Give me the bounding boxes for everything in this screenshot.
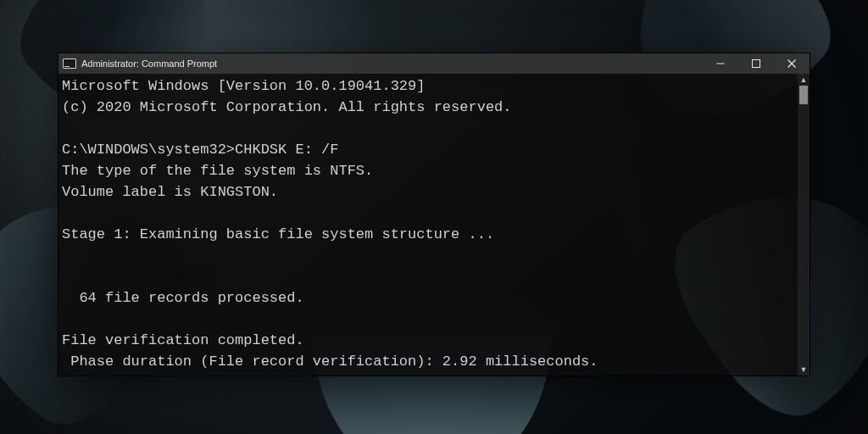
- scrollbar-down-arrow[interactable]: ▼: [798, 364, 810, 376]
- cmd-icon: [63, 58, 76, 69]
- minimize-icon: [716, 59, 725, 68]
- window-title: Administrator: Command Prompt: [81, 58, 217, 69]
- vertical-scrollbar[interactable]: ▲ ▼: [798, 74, 810, 376]
- maximize-icon: [752, 59, 760, 68]
- minimize-button[interactable]: [703, 53, 738, 74]
- close-icon: [787, 59, 796, 68]
- console-text: Microsoft Windows [Version 10.0.19041.32…: [62, 75, 798, 372]
- scrollbar-thumb[interactable]: [799, 86, 808, 104]
- maximize-button[interactable]: [738, 53, 774, 74]
- chevron-down-icon: ▼: [800, 366, 808, 374]
- console-output[interactable]: Microsoft Windows [Version 10.0.19041.32…: [58, 74, 810, 376]
- command-prompt-window: Administrator: Command Prompt: [58, 53, 810, 376]
- close-button[interactable]: [774, 53, 810, 74]
- chevron-up-icon: ▲: [800, 76, 808, 84]
- scrollbar-up-arrow[interactable]: ▲: [798, 74, 810, 86]
- desktop-wallpaper: Administrator: Command Prompt: [0, 0, 868, 434]
- titlebar[interactable]: Administrator: Command Prompt: [58, 53, 810, 74]
- svg-rect-1: [753, 60, 760, 68]
- scrollbar-track[interactable]: [798, 86, 810, 364]
